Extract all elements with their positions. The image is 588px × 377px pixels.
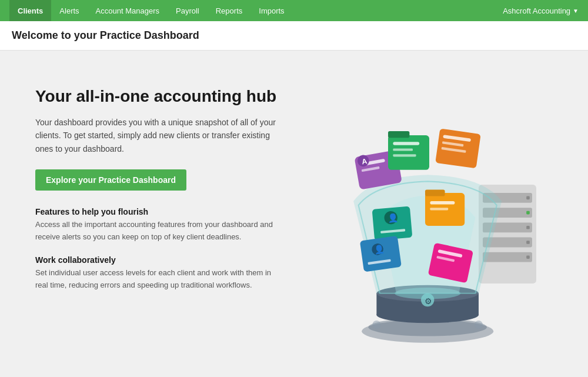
- feature-desc-0: Access all the important accounting feat…: [35, 219, 282, 243]
- nav-item-payroll[interactable]: Payroll: [168, 0, 208, 21]
- nav-item-imports[interactable]: Imports: [250, 0, 292, 21]
- right-column: A 👤: [306, 86, 553, 366]
- left-column: Your all-in-one accounting hub Your dash…: [35, 86, 282, 303]
- chevron-down-icon: ▼: [573, 8, 579, 14]
- svg-text:👤: 👤: [387, 213, 399, 224]
- main-content: Your all-in-one accounting hub Your dash…: [0, 51, 588, 377]
- feature-block-0: Features to help you flourish Access all…: [35, 207, 282, 243]
- account-menu[interactable]: Ashcroft Accounting ▼: [503, 6, 579, 15]
- feature-title-1: Work collaboratively: [35, 255, 282, 265]
- svg-rect-38: [430, 208, 448, 210]
- svg-rect-25: [393, 148, 413, 151]
- account-label: Ashcroft Accounting: [503, 6, 570, 15]
- content-inner: Your all-in-one accounting hub Your dash…: [0, 51, 588, 377]
- hub-illustration: A 👤: [306, 86, 553, 366]
- svg-rect-26: [393, 154, 416, 156]
- svg-point-49: [475, 321, 483, 329]
- explore-dashboard-button[interactable]: Explore your Practice Dashboard: [35, 169, 186, 191]
- nav-item-account-managers[interactable]: Account Managers: [88, 0, 168, 21]
- svg-rect-5: [483, 252, 532, 262]
- svg-rect-22: [388, 135, 429, 170]
- svg-rect-23: [388, 131, 409, 138]
- feature-title-0: Features to help you flourish: [35, 207, 282, 216]
- svg-rect-8: [526, 226, 530, 229]
- nav-item-clients[interactable]: Clients: [9, 0, 51, 21]
- svg-text:⚙: ⚙: [425, 296, 432, 306]
- svg-rect-9: [526, 241, 530, 244]
- svg-rect-37: [430, 201, 455, 205]
- svg-rect-6: [526, 196, 530, 200]
- feature-block-1: Work collaboratively Set individual user…: [35, 255, 282, 292]
- svg-rect-36: [425, 189, 445, 196]
- svg-rect-7: [526, 211, 530, 215]
- nav-item-reports[interactable]: Reports: [208, 0, 251, 21]
- hero-description: Your dashboard provides you with a uniqu…: [35, 116, 282, 155]
- title-bar: Welcome to your Practice Dashboard: [0, 21, 588, 51]
- svg-point-48: [372, 321, 380, 329]
- feature-desc-1: Set individual user access levels for ea…: [35, 267, 282, 292]
- hero-title: Your all-in-one accounting hub: [35, 86, 282, 106]
- svg-rect-24: [393, 142, 419, 145]
- svg-rect-10: [526, 255, 530, 259]
- page-title: Welcome to your Practice Dashboard: [12, 29, 576, 42]
- main-nav: Clients Alerts Account Managers Payroll …: [0, 0, 588, 21]
- nav-links: Clients Alerts Account Managers Payroll …: [9, 0, 293, 21]
- nav-item-alerts[interactable]: Alerts: [51, 0, 87, 21]
